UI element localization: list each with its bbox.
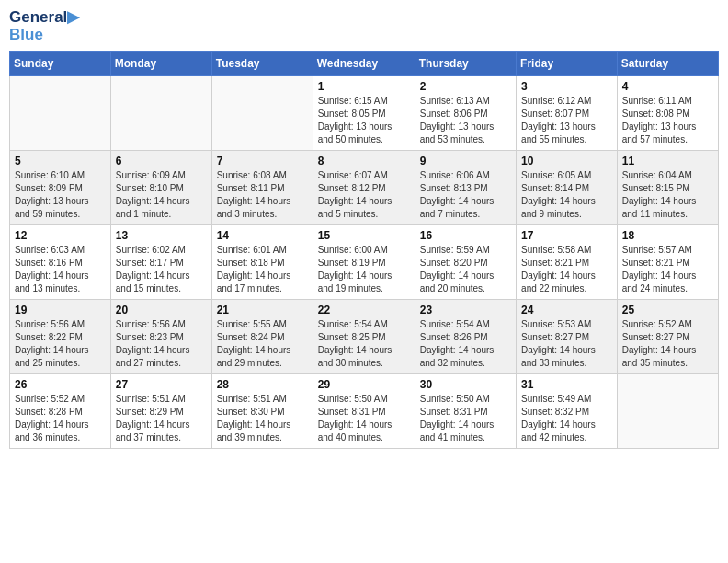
calendar-cell: 28Sunrise: 5:51 AM Sunset: 8:30 PM Dayli… xyxy=(211,374,313,449)
calendar-week-row: 12Sunrise: 6:03 AM Sunset: 8:16 PM Dayli… xyxy=(10,225,719,300)
calendar-cell: 13Sunrise: 6:02 AM Sunset: 8:17 PM Dayli… xyxy=(110,225,211,300)
day-number: 28 xyxy=(217,378,308,391)
day-info: Sunrise: 6:09 AM Sunset: 8:10 PM Dayligh… xyxy=(116,169,207,221)
day-number: 6 xyxy=(116,155,207,167)
day-number: 13 xyxy=(116,229,207,242)
day-info: Sunrise: 6:03 AM Sunset: 8:16 PM Dayligh… xyxy=(15,244,106,295)
day-number: 8 xyxy=(318,155,410,167)
day-info: Sunrise: 6:05 AM Sunset: 8:14 PM Dayligh… xyxy=(521,169,612,221)
calendar-cell: 27Sunrise: 5:51 AM Sunset: 8:29 PM Dayli… xyxy=(110,374,211,449)
day-number: 11 xyxy=(622,155,713,167)
day-number: 25 xyxy=(622,304,713,316)
calendar-cell: 8Sunrise: 6:07 AM Sunset: 8:12 PM Daylig… xyxy=(313,151,415,225)
day-number: 1 xyxy=(318,80,410,93)
calendar-cell: 1Sunrise: 6:15 AM Sunset: 8:05 PM Daylig… xyxy=(313,76,415,151)
calendar-cell: 7Sunrise: 6:08 AM Sunset: 8:11 PM Daylig… xyxy=(211,151,313,225)
day-number: 3 xyxy=(521,80,612,93)
day-number: 17 xyxy=(521,229,612,242)
calendar-cell xyxy=(10,76,111,151)
day-info: Sunrise: 6:10 AM Sunset: 8:09 PM Dayligh… xyxy=(15,169,106,221)
calendar-cell: 15Sunrise: 6:00 AM Sunset: 8:19 PM Dayli… xyxy=(313,225,415,300)
calendar-week-row: 26Sunrise: 5:52 AM Sunset: 8:28 PM Dayli… xyxy=(10,374,719,449)
day-number: 19 xyxy=(15,304,106,316)
calendar-cell: 26Sunrise: 5:52 AM Sunset: 8:28 PM Dayli… xyxy=(10,374,111,449)
calendar-cell: 9Sunrise: 6:06 AM Sunset: 8:13 PM Daylig… xyxy=(415,151,516,225)
column-header-friday: Friday xyxy=(517,52,618,76)
calendar-cell: 10Sunrise: 6:05 AM Sunset: 8:14 PM Dayli… xyxy=(517,151,618,225)
calendar-cell: 4Sunrise: 6:11 AM Sunset: 8:08 PM Daylig… xyxy=(617,76,718,151)
calendar-cell xyxy=(617,374,718,449)
page-header: General▶ Blue xyxy=(9,9,719,43)
day-number: 12 xyxy=(15,229,106,242)
day-number: 31 xyxy=(521,378,612,391)
calendar-cell: 29Sunrise: 5:50 AM Sunset: 8:31 PM Dayli… xyxy=(313,374,415,449)
day-number: 23 xyxy=(420,304,511,316)
day-info: Sunrise: 5:51 AM Sunset: 8:30 PM Dayligh… xyxy=(217,393,308,444)
day-info: Sunrise: 5:51 AM Sunset: 8:29 PM Dayligh… xyxy=(116,393,207,444)
day-info: Sunrise: 5:59 AM Sunset: 8:20 PM Dayligh… xyxy=(420,244,511,295)
day-info: Sunrise: 5:49 AM Sunset: 8:32 PM Dayligh… xyxy=(521,393,612,444)
calendar-header-row: SundayMondayTuesdayWednesdayThursdayFrid… xyxy=(10,52,719,76)
day-info: Sunrise: 6:12 AM Sunset: 8:07 PM Dayligh… xyxy=(521,95,612,146)
calendar-cell: 18Sunrise: 5:57 AM Sunset: 8:21 PM Dayli… xyxy=(617,225,718,300)
day-number: 15 xyxy=(318,229,410,242)
day-info: Sunrise: 5:55 AM Sunset: 8:24 PM Dayligh… xyxy=(217,318,308,370)
day-info: Sunrise: 6:08 AM Sunset: 8:11 PM Dayligh… xyxy=(217,169,308,221)
calendar-cell: 24Sunrise: 5:53 AM Sunset: 8:27 PM Dayli… xyxy=(517,300,618,374)
day-number: 21 xyxy=(217,304,308,316)
day-number: 22 xyxy=(318,304,410,316)
column-header-thursday: Thursday xyxy=(415,52,516,76)
day-info: Sunrise: 5:56 AM Sunset: 8:22 PM Dayligh… xyxy=(15,318,106,370)
day-info: Sunrise: 6:13 AM Sunset: 8:06 PM Dayligh… xyxy=(420,95,511,146)
column-header-saturday: Saturday xyxy=(617,52,718,76)
calendar-cell xyxy=(211,76,313,151)
calendar-week-row: 19Sunrise: 5:56 AM Sunset: 8:22 PM Dayli… xyxy=(10,300,719,374)
calendar-cell: 25Sunrise: 5:52 AM Sunset: 8:27 PM Dayli… xyxy=(617,300,718,374)
column-header-wednesday: Wednesday xyxy=(313,52,415,76)
calendar-cell: 23Sunrise: 5:54 AM Sunset: 8:26 PM Dayli… xyxy=(415,300,516,374)
calendar-cell: 2Sunrise: 6:13 AM Sunset: 8:06 PM Daylig… xyxy=(415,76,516,151)
logo-blue: Blue xyxy=(9,27,79,44)
day-info: Sunrise: 6:11 AM Sunset: 8:08 PM Dayligh… xyxy=(622,95,713,146)
calendar-cell: 30Sunrise: 5:50 AM Sunset: 8:31 PM Dayli… xyxy=(415,374,516,449)
column-header-sunday: Sunday xyxy=(10,52,111,76)
calendar-table: SundayMondayTuesdayWednesdayThursdayFrid… xyxy=(9,51,719,449)
day-info: Sunrise: 6:00 AM Sunset: 8:19 PM Dayligh… xyxy=(318,244,410,295)
day-info: Sunrise: 6:02 AM Sunset: 8:17 PM Dayligh… xyxy=(116,244,207,295)
calendar-cell: 22Sunrise: 5:54 AM Sunset: 8:25 PM Dayli… xyxy=(313,300,415,374)
day-number: 10 xyxy=(521,155,612,167)
calendar-cell: 14Sunrise: 6:01 AM Sunset: 8:18 PM Dayli… xyxy=(211,225,313,300)
day-number: 20 xyxy=(116,304,207,316)
calendar-week-row: 5Sunrise: 6:10 AM Sunset: 8:09 PM Daylig… xyxy=(10,151,719,225)
calendar-cell: 16Sunrise: 5:59 AM Sunset: 8:20 PM Dayli… xyxy=(415,225,516,300)
day-info: Sunrise: 5:52 AM Sunset: 8:27 PM Dayligh… xyxy=(622,318,713,370)
calendar-cell: 6Sunrise: 6:09 AM Sunset: 8:10 PM Daylig… xyxy=(110,151,211,225)
day-number: 27 xyxy=(116,378,207,391)
day-info: Sunrise: 6:01 AM Sunset: 8:18 PM Dayligh… xyxy=(217,244,308,295)
column-header-monday: Monday xyxy=(110,52,211,76)
calendar-cell xyxy=(110,76,211,151)
calendar-cell: 12Sunrise: 6:03 AM Sunset: 8:16 PM Dayli… xyxy=(10,225,111,300)
day-number: 24 xyxy=(521,304,612,316)
calendar-cell: 21Sunrise: 5:55 AM Sunset: 8:24 PM Dayli… xyxy=(211,300,313,374)
day-info: Sunrise: 6:15 AM Sunset: 8:05 PM Dayligh… xyxy=(318,95,410,146)
day-number: 30 xyxy=(420,378,511,391)
day-number: 2 xyxy=(420,80,511,93)
calendar-cell: 11Sunrise: 6:04 AM Sunset: 8:15 PM Dayli… xyxy=(617,151,718,225)
calendar-cell: 3Sunrise: 6:12 AM Sunset: 8:07 PM Daylig… xyxy=(517,76,618,151)
day-number: 9 xyxy=(420,155,511,167)
calendar-week-row: 1Sunrise: 6:15 AM Sunset: 8:05 PM Daylig… xyxy=(10,76,719,151)
day-info: Sunrise: 5:54 AM Sunset: 8:25 PM Dayligh… xyxy=(318,318,410,370)
day-number: 18 xyxy=(622,229,713,242)
day-number: 14 xyxy=(217,229,308,242)
calendar-cell: 20Sunrise: 5:56 AM Sunset: 8:23 PM Dayli… xyxy=(110,300,211,374)
day-info: Sunrise: 5:54 AM Sunset: 8:26 PM Dayligh… xyxy=(420,318,511,370)
day-info: Sunrise: 5:50 AM Sunset: 8:31 PM Dayligh… xyxy=(420,393,511,444)
logo-text: General▶ xyxy=(9,9,79,27)
day-number: 7 xyxy=(217,155,308,167)
day-info: Sunrise: 6:07 AM Sunset: 8:12 PM Dayligh… xyxy=(318,169,410,221)
day-info: Sunrise: 5:50 AM Sunset: 8:31 PM Dayligh… xyxy=(318,393,410,444)
day-number: 4 xyxy=(622,80,713,93)
logo: General▶ Blue xyxy=(9,9,79,43)
day-info: Sunrise: 5:57 AM Sunset: 8:21 PM Dayligh… xyxy=(622,244,713,295)
